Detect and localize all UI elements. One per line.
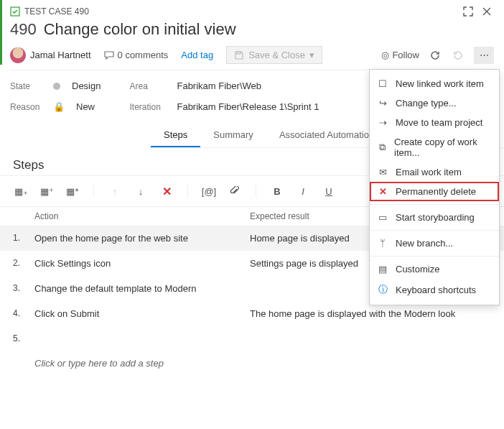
state-label: State: [10, 81, 46, 91]
move-up-icon[interactable]: ↑: [107, 183, 123, 199]
table-row[interactable]: 5.: [0, 326, 504, 351]
insert-param-icon[interactable]: ▦*: [65, 183, 80, 199]
new-link-icon: ☐: [377, 78, 388, 89]
state-value: Design: [72, 80, 101, 91]
tab-steps[interactable]: Steps: [151, 124, 200, 147]
menu-move[interactable]: ⇢Move to team project: [370, 113, 499, 132]
ellipsis-icon: ⋯: [480, 50, 489, 60]
reason-field[interactable]: Reason 🔒 New: [10, 101, 101, 112]
branch-icon: ᛘ: [377, 238, 388, 249]
info-icon: ⓘ: [377, 283, 388, 296]
assignee[interactable]: Jamal Hartnett: [10, 47, 91, 63]
menu-separator: [370, 230, 499, 231]
tab-summary[interactable]: Summary: [200, 124, 266, 147]
change-type-icon: ↪: [377, 98, 388, 109]
iteration-field[interactable]: Iteration Fabrikam Fiber\Release 1\Sprin…: [129, 101, 319, 112]
move-down-icon[interactable]: ↓: [133, 183, 149, 199]
email-icon: ✉: [377, 167, 388, 177]
menu-change-type[interactable]: ↪Change type...: [370, 93, 499, 113]
fullscreen-button[interactable]: [461, 4, 475, 19]
menu-permanently-delete[interactable]: ✕Permanently delete: [370, 182, 499, 201]
follow-icon: ◎: [381, 50, 389, 60]
customize-icon: ▤: [377, 264, 388, 275]
close-button[interactable]: [480, 4, 494, 19]
svg-rect-1: [237, 52, 241, 54]
menu-email[interactable]: ✉Email work item: [370, 162, 499, 182]
storyboard-icon: ▭: [377, 212, 388, 223]
menu-customize[interactable]: ▤Customize: [370, 259, 499, 279]
avatar: [10, 47, 26, 63]
follow-button[interactable]: ◎ Follow: [381, 50, 419, 60]
type-row: TEST CASE 490: [10, 4, 494, 19]
step-action[interactable]: Change the default template to Modern: [34, 283, 250, 294]
area-label: Area: [129, 81, 169, 91]
param-icon[interactable]: [@]: [201, 183, 217, 199]
step-number: 2.: [13, 258, 34, 268]
test-case-icon: [10, 6, 20, 17]
follow-label: Follow: [392, 50, 419, 60]
area-field[interactable]: Area Fabrikam Fiber\Web: [129, 80, 319, 91]
title-row: 490 Change color on initial view: [10, 20, 494, 39]
step-action[interactable]: Click Settings icon: [34, 258, 250, 269]
step-number: 1.: [13, 233, 34, 243]
step-expected[interactable]: The home page is displayed with the Mode…: [250, 308, 491, 319]
menu-storyboard[interactable]: ▭Start storyboarding: [370, 208, 499, 227]
work-item-id: 490: [10, 20, 37, 39]
comments-button[interactable]: 0 comments: [104, 50, 169, 60]
attachment-icon[interactable]: [227, 183, 243, 199]
save-close-label: Save & Close: [248, 50, 305, 60]
add-step-placeholder: Click or type here to add a step: [34, 358, 250, 369]
italic-icon[interactable]: I: [295, 183, 311, 199]
copy-icon: ⧉: [377, 142, 387, 153]
state-dot-icon: [53, 83, 60, 90]
context-menu: ☐New linked work item ↪Change type... ⇢M…: [369, 69, 500, 305]
comment-icon: [104, 50, 114, 60]
step-number: 3.: [13, 283, 34, 293]
assignee-name: Jamal Hartnett: [30, 50, 91, 60]
save-close-button: Save & Close ▾: [226, 46, 322, 64]
delete-icon: ✕: [377, 186, 388, 197]
menu-separator: [370, 204, 499, 205]
lock-icon: 🔒: [53, 101, 65, 112]
iteration-label: Iteration: [129, 102, 169, 112]
insert-shared-step-icon[interactable]: ▦⁺: [39, 183, 55, 199]
more-actions-button[interactable]: ⋯: [474, 47, 494, 64]
save-icon: [234, 50, 244, 60]
work-item-title[interactable]: Change color on initial view: [44, 20, 236, 39]
reason-label: Reason: [10, 102, 46, 112]
menu-copy[interactable]: ⧉Create copy of work item...: [370, 132, 499, 162]
step-action[interactable]: Open the home page for the web site: [34, 233, 250, 244]
state-field[interactable]: State Design: [10, 80, 101, 91]
work-item-type-label: TEST CASE 490: [24, 6, 89, 17]
step-number: 5.: [13, 333, 34, 343]
reason-value: New: [76, 101, 95, 112]
column-action: Action: [34, 211, 250, 221]
menu-shortcuts[interactable]: ⓘKeyboard shortcuts: [370, 279, 499, 300]
move-icon: ⇢: [377, 117, 388, 128]
add-step-row[interactable]: Click or type here to add a step: [0, 351, 504, 376]
menu-separator: [370, 256, 499, 257]
revert-button[interactable]: [451, 48, 465, 63]
chevron-down-icon: ▾: [309, 50, 314, 60]
menu-new-branch[interactable]: ᛘNew branch...: [370, 234, 499, 253]
step-action[interactable]: Click on Submit: [34, 308, 250, 319]
insert-step-icon[interactable]: ▦₊: [13, 183, 29, 199]
menu-new-linked[interactable]: ☐New linked work item: [370, 74, 499, 93]
comments-count: 0 comments: [118, 50, 169, 60]
iteration-value: Fabrikam Fiber\Release 1\Sprint 1: [177, 101, 319, 112]
delete-step-icon[interactable]: ✕: [159, 183, 174, 199]
svg-rect-0: [11, 7, 19, 16]
refresh-button[interactable]: [428, 48, 442, 63]
underline-icon[interactable]: U: [321, 183, 337, 199]
step-number: 4.: [13, 308, 34, 318]
bold-icon[interactable]: B: [269, 183, 285, 199]
area-value: Fabrikam Fiber\Web: [177, 80, 261, 91]
add-tag-button[interactable]: Add tag: [181, 50, 213, 60]
